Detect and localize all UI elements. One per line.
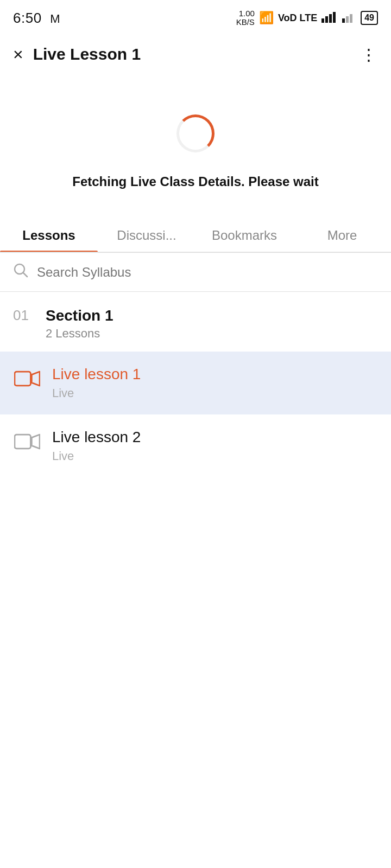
status-time: 6:50 M (13, 10, 60, 27)
svg-rect-6 (350, 14, 352, 23)
kb-speed: 1.00 KB/S (236, 9, 255, 27)
lesson-type-1: Live (52, 386, 141, 400)
svg-marker-12 (31, 435, 40, 449)
tabs-bar: Lessons Discussi... Bookmarks More (0, 217, 391, 253)
svg-rect-1 (325, 16, 328, 23)
svg-rect-4 (342, 18, 345, 23)
lesson-item-2[interactable]: Live lesson 2 Live (0, 414, 391, 477)
overflow-menu-button[interactable]: ⋮ (361, 45, 378, 64)
status-bar: 6:50 M 1.00 KB/S 📶 VoD LTE (0, 0, 391, 33)
status-icons: 1.00 KB/S 📶 VoD LTE 49 (236, 9, 378, 27)
wifi-icon: 📶 (259, 11, 274, 25)
svg-rect-2 (329, 14, 332, 23)
lesson-title-2: Live lesson 2 (52, 429, 141, 446)
app-bar: × Live Lesson 1 ⋮ (0, 33, 391, 76)
tab-bookmarks[interactable]: Bookmarks (195, 217, 293, 252)
section-info: Section 1 2 Lessons (46, 307, 113, 341)
svg-rect-5 (346, 16, 349, 23)
page-title: Live Lesson 1 (33, 45, 141, 63)
tab-discussions[interactable]: Discussi... (98, 217, 195, 252)
loading-spinner (176, 114, 215, 152)
svg-rect-3 (333, 12, 336, 23)
loading-text: Fetching Live Class Details. Please wait (72, 174, 319, 189)
app-bar-left: × Live Lesson 1 (13, 44, 141, 65)
section-title: Section 1 (46, 307, 113, 324)
lesson-type-2: Live (52, 449, 141, 463)
carrier-icon: M (50, 12, 60, 25)
svg-rect-11 (15, 435, 31, 449)
svg-line-8 (23, 273, 27, 277)
signal-icon (321, 11, 338, 25)
svg-marker-10 (31, 372, 40, 386)
section-number: 01 (13, 307, 35, 324)
section-header: 01 Section 1 2 Lessons (0, 292, 391, 352)
lesson-info-2: Live lesson 2 Live (52, 429, 141, 463)
search-bar (0, 253, 391, 292)
close-button[interactable]: × (13, 44, 23, 65)
video-camera-icon-inactive (13, 431, 41, 452)
svg-rect-9 (15, 372, 31, 386)
video-camera-icon-active (13, 368, 41, 390)
search-icon (13, 263, 28, 282)
loading-area: Fetching Live Class Details. Please wait (0, 76, 391, 217)
vod-lte-label: VoD LTE (278, 12, 317, 24)
battery-indicator: 49 (361, 11, 378, 25)
svg-rect-0 (321, 18, 324, 23)
search-input[interactable] (37, 265, 378, 280)
signal-icon-2 (342, 11, 356, 25)
section-lesson-count: 2 Lessons (46, 327, 113, 341)
lesson-info-1: Live lesson 1 Live (52, 366, 141, 400)
tab-more[interactable]: More (293, 217, 391, 252)
lesson-item-1[interactable]: Live lesson 1 Live (0, 352, 391, 414)
tab-lessons[interactable]: Lessons (0, 217, 98, 252)
lesson-title-1: Live lesson 1 (52, 366, 141, 383)
